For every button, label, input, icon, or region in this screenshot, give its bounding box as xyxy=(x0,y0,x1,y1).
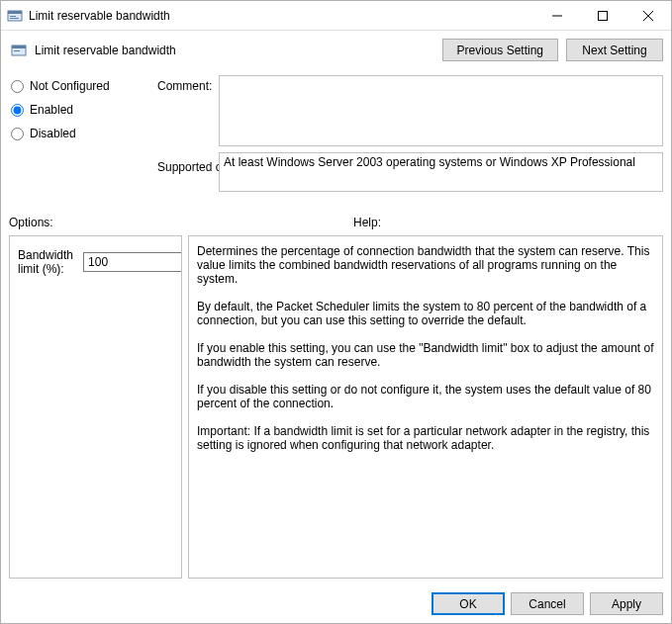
ok-button[interactable]: OK xyxy=(432,592,505,615)
svg-rect-2 xyxy=(10,16,16,17)
policy-icon xyxy=(7,8,23,24)
policy-name: Limit reservable bandwidth xyxy=(35,44,176,57)
cancel-button[interactable]: Cancel xyxy=(511,592,584,615)
minimize-button[interactable] xyxy=(534,1,580,31)
maximize-button[interactable] xyxy=(580,1,625,31)
svg-rect-3 xyxy=(10,18,19,19)
policy-editor-window: Limit reservable bandwidth Limit reserva… xyxy=(0,0,672,624)
options-panel: Bandwidth limit (%): ▲ ▼ xyxy=(9,235,182,579)
next-setting-button[interactable]: Next Setting xyxy=(566,39,663,61)
content-area: Limit reservable bandwidth Previous Sett… xyxy=(1,31,671,584)
header-row: Limit reservable bandwidth Previous Sett… xyxy=(9,39,663,61)
help-paragraph: Important: If a bandwidth limit is set f… xyxy=(197,424,654,452)
bandwidth-limit-label: Bandwidth limit (%): xyxy=(18,248,73,276)
comment-label: Comment: xyxy=(157,79,219,93)
radio-disabled-input[interactable] xyxy=(11,128,24,140)
state-radio-group: Not Configured Enabled Disabled xyxy=(9,75,157,150)
svg-rect-1 xyxy=(8,11,22,14)
radio-enabled[interactable]: Enabled xyxy=(9,103,157,117)
options-label: Options: xyxy=(9,216,334,229)
bandwidth-limit-row: Bandwidth limit (%): ▲ ▼ xyxy=(18,248,173,276)
field-inputs-col xyxy=(219,75,663,192)
radio-label: Not Configured xyxy=(30,79,110,93)
dialog-footer: OK Cancel Apply xyxy=(1,584,671,623)
comment-textarea[interactable] xyxy=(219,75,663,146)
supported-on-label: Supported on: xyxy=(157,160,219,174)
bandwidth-limit-spinner[interactable]: ▲ ▼ xyxy=(83,252,182,272)
radio-label: Enabled xyxy=(30,103,73,117)
section-labels-row: Options: Help: xyxy=(9,216,663,229)
svg-rect-5 xyxy=(599,11,608,20)
svg-rect-9 xyxy=(12,45,26,48)
apply-button[interactable]: Apply xyxy=(590,592,663,615)
help-paragraph: By default, the Packet Scheduler limits … xyxy=(197,300,654,327)
help-label: Help: xyxy=(353,216,381,229)
help-paragraph: If you enable this setting, you can use … xyxy=(197,341,654,369)
radio-not-configured[interactable]: Not Configured xyxy=(9,79,157,93)
close-button[interactable] xyxy=(625,1,671,31)
radio-not-configured-input[interactable] xyxy=(11,80,24,93)
bandwidth-limit-input[interactable] xyxy=(84,253,182,271)
radio-disabled[interactable]: Disabled xyxy=(9,127,157,140)
help-paragraph: Determines the percentage of connection … xyxy=(197,244,654,286)
policy-icon xyxy=(11,43,27,58)
field-labels-col: Comment: Supported on: xyxy=(157,75,219,174)
help-paragraph: If you disable this setting or do not co… xyxy=(197,383,654,410)
supported-on-text xyxy=(219,152,663,192)
window-title: Limit reservable bandwidth xyxy=(29,9,170,23)
svg-rect-10 xyxy=(14,50,20,51)
panels-row: Bandwidth limit (%): ▲ ▼ Determines the … xyxy=(9,235,663,579)
titlebar: Limit reservable bandwidth xyxy=(1,1,671,31)
radio-enabled-input[interactable] xyxy=(11,104,24,117)
config-row: Not Configured Enabled Disabled Comment:… xyxy=(9,75,663,192)
previous-setting-button[interactable]: Previous Setting xyxy=(442,39,558,61)
help-panel[interactable]: Determines the percentage of connection … xyxy=(188,235,663,579)
radio-label: Disabled xyxy=(30,127,76,140)
